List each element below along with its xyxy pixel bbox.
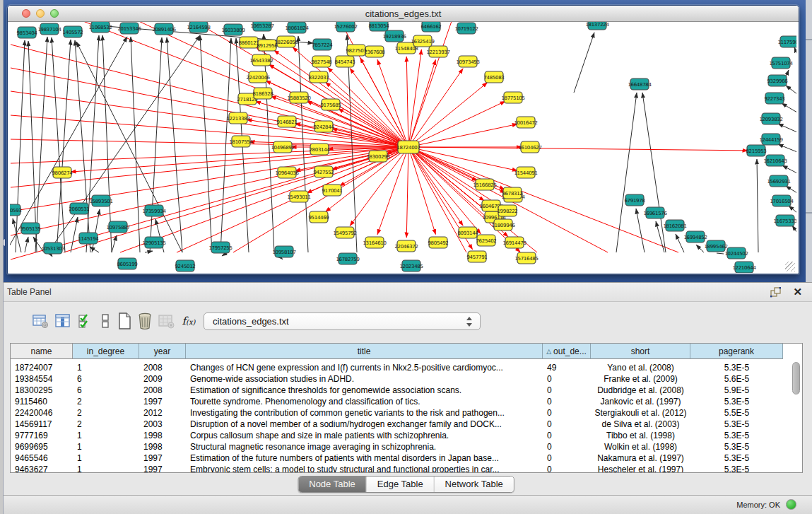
- column-header-year[interactable]: year: [139, 344, 186, 359]
- table-cell[interactable]: Franke et al. (2009): [591, 373, 690, 385]
- graph-node[interactable]: 10973493: [456, 56, 479, 67]
- table-cell[interactable]: 1997: [139, 452, 186, 464]
- table-cell[interactable]: 5.3E-5: [690, 464, 783, 473]
- table-cell[interactable]: Corpus callosum shape and size in male p…: [186, 430, 543, 441]
- graph-node[interactable]: 9242844: [313, 121, 334, 132]
- graph-edge[interactable]: [220, 38, 231, 252]
- graph-node[interactable]: 16033809: [221, 24, 245, 35]
- graph-node[interactable]: 16914479: [502, 237, 526, 248]
- graph-edge[interactable]: [71, 147, 408, 172]
- table-cell[interactable]: Estimation of significance thresholds fo…: [186, 385, 543, 396]
- memory-status-indicator[interactable]: [786, 499, 796, 510]
- graph-edge[interactable]: [408, 69, 463, 147]
- graph-node[interactable]: 2803144: [309, 144, 330, 155]
- table-row[interactable]: 1938455462009Genome-wide association stu…: [11, 373, 802, 385]
- table-cell[interactable]: Hescheler et al. (1997): [591, 464, 690, 473]
- graph-node[interactable]: 16104627: [518, 141, 541, 153]
- graph-node[interactable]: 8678312: [502, 187, 522, 199]
- table-cell[interactable]: 6: [73, 373, 139, 385]
- graph-node[interactable]: 15751074: [769, 57, 793, 69]
- graph-edge[interactable]: [102, 35, 112, 252]
- new-file-icon[interactable]: [114, 310, 135, 332]
- graph-node[interactable]: 8215953: [746, 145, 766, 156]
- graph-edge[interactable]: [786, 186, 796, 193]
- graph-edge[interactable]: [200, 35, 212, 252]
- graph-edge[interactable]: [778, 124, 796, 132]
- graph-node[interactable]: 18107554: [229, 136, 253, 147]
- graph-edge[interactable]: [642, 93, 666, 252]
- table-cell[interactable]: 1998: [139, 441, 186, 452]
- table-row[interactable]: 1872400712008Changes of HCN gene express…: [11, 362, 802, 373]
- tab-node-table[interactable]: Node Table: [298, 477, 367, 492]
- graph-node[interactable]: 16994852: [683, 231, 707, 243]
- graph-edge[interactable]: [782, 165, 796, 173]
- graph-node[interactable]: 7485083: [483, 71, 504, 83]
- graph-node[interactable]: 16648784: [628, 78, 652, 90]
- graph-node[interactable]: 11068532: [88, 22, 112, 33]
- graph-node[interactable]: 12093832: [759, 113, 782, 124]
- table-cell[interactable]: 2008: [139, 385, 186, 396]
- graph-node[interactable]: 18775105: [501, 92, 524, 103]
- delete-trash-icon[interactable]: [134, 310, 155, 332]
- table-cell[interactable]: Changes of HCN gene expression and I(f) …: [186, 362, 543, 373]
- graph-node[interactable]: 22420046: [246, 71, 270, 83]
- table-cell[interactable]: Dudbridge et al. (2008): [591, 385, 690, 396]
- table-cell[interactable]: 22420046: [11, 407, 73, 419]
- table-cell[interactable]: 14569117: [11, 419, 73, 430]
- table-cell[interactable]: 5.3E-5: [690, 441, 783, 452]
- table-cell[interactable]: 0: [543, 464, 591, 473]
- graph-edge[interactable]: [11, 147, 408, 235]
- graph-edge[interactable]: [120, 147, 408, 252]
- graph-node[interactable]: 2060531: [69, 203, 89, 214]
- graph-node[interactable]: 12213937: [426, 46, 449, 57]
- graph-node[interactable]: 11675333: [773, 215, 796, 226]
- graph-node[interactable]: 9457791: [466, 251, 487, 262]
- table-cell[interactable]: 2009: [139, 373, 186, 385]
- graph-node[interactable]: 10964036: [275, 167, 299, 178]
- table-chooser-dropdown[interactable]: citations_edges.txt: [204, 313, 481, 330]
- graph-edge[interactable]: [112, 235, 117, 252]
- graph-edge[interactable]: [717, 253, 724, 254]
- table-cell[interactable]: Genome-wide association studies in ADHD.: [186, 373, 543, 385]
- graph-node[interactable]: 13164610: [363, 237, 386, 248]
- table-cell[interactable]: 1: [73, 441, 139, 452]
- table-cell[interactable]: 1: [73, 362, 139, 373]
- table-cell[interactable]: 2012: [139, 407, 186, 419]
- graph-node[interactable]: 15893501: [89, 195, 112, 206]
- graph-edge[interactable]: [408, 83, 488, 147]
- graph-node[interactable]: 11175907: [777, 36, 796, 47]
- graph-node[interactable]: 18162081: [663, 220, 686, 231]
- graph-edge[interactable]: [786, 86, 796, 94]
- table-row[interactable]: 1830029562008Estimation of significance …: [11, 385, 802, 396]
- table-cell[interactable]: 5.3E-5: [690, 430, 783, 441]
- graph-node[interactable]: 16961576: [643, 207, 667, 218]
- table-cell[interactable]: Tibbo et al. (1998): [591, 430, 690, 441]
- table-cell[interactable]: 9777169: [11, 430, 73, 441]
- graph-node[interactable]: 1405572: [62, 26, 83, 37]
- table-cell[interactable]: 0: [543, 373, 591, 385]
- table-cell[interactable]: 0: [543, 385, 591, 396]
- graph-hub-node[interactable]: 18724007: [396, 141, 420, 153]
- close-panel-icon[interactable]: ✕: [793, 286, 802, 298]
- graph-node[interactable]: 10958107: [272, 246, 295, 257]
- graph-node[interactable]: 12210644: [732, 262, 756, 273]
- table-cell[interactable]: Jankovic et al. (1997): [591, 396, 690, 407]
- table-cell[interactable]: 5.6E-5: [690, 373, 783, 385]
- graph-edge[interactable]: [64, 147, 408, 252]
- table-cell[interactable]: 9115460: [11, 396, 73, 407]
- graph-node[interactable]: 8310593: [10, 204, 22, 216]
- graph-node[interactable]: 1145194: [78, 233, 99, 244]
- graph-edge[interactable]: [52, 37, 65, 252]
- graph-edge[interactable]: [792, 226, 796, 233]
- table-cell[interactable]: Disruption of a novel member of a sodium…: [186, 419, 543, 430]
- table-cell[interactable]: 1: [73, 452, 139, 464]
- graph-node[interactable]: 15493011: [287, 191, 310, 202]
- graph-node[interactable]: 16782759: [336, 253, 359, 264]
- table-cell[interactable]: 2003: [139, 419, 186, 430]
- graph-node[interactable]: 10496892: [271, 141, 294, 153]
- table-cell[interactable]: 1998: [139, 430, 186, 441]
- graph-node[interactable]: 8813054: [368, 22, 389, 31]
- graph-edge[interactable]: [406, 57, 408, 147]
- table-cell[interactable]: 0: [543, 407, 591, 419]
- table-cell[interactable]: 19384554: [11, 373, 73, 385]
